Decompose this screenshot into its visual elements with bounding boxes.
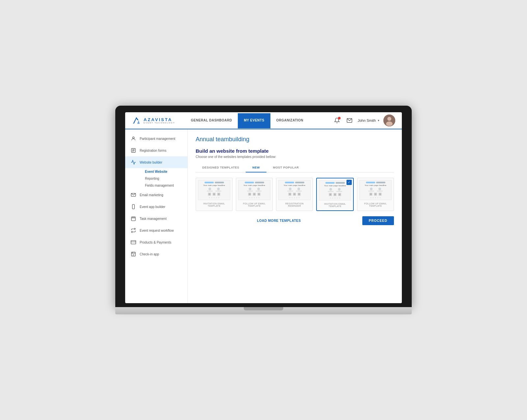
dot-label	[247, 191, 253, 192]
preview-headline: Your main page headline	[200, 184, 229, 186]
star	[375, 197, 376, 198]
preview-top-bar	[361, 182, 390, 183]
sidebar-item-website-builder[interactable]: Website builder	[125, 156, 187, 168]
dot-label	[336, 191, 342, 192]
logo-name: AZAVISTA	[144, 118, 175, 122]
template-card-2[interactable]: Your main page headline	[236, 178, 273, 211]
section-subtitle: Choose one of the websites templates pro…	[196, 155, 394, 159]
preview-btn	[215, 182, 224, 183]
preview-icon	[333, 193, 337, 196]
preview-btn	[295, 182, 304, 183]
nav-organization[interactable]: ORGANIZATION	[270, 113, 309, 128]
tab-popular[interactable]: MOST POPULAR	[266, 163, 306, 172]
svg-rect-18	[131, 241, 136, 244]
preview-rating	[361, 197, 390, 198]
sidebar-item-event-app[interactable]: Event app builder	[125, 201, 187, 213]
sidebar-sub-fields[interactable]: Fields management	[140, 182, 187, 189]
template-card-1[interactable]: Your main page headline	[196, 178, 233, 211]
user-menu[interactable]: John Smith ▾	[358, 118, 379, 122]
mail-button[interactable]	[345, 116, 354, 125]
template-label-1: INVITATION EMAIL TEMPLATE	[198, 201, 230, 208]
dot-group	[328, 188, 334, 192]
preview-icon	[369, 193, 373, 196]
sidebar-label-participant: Participant management	[140, 137, 175, 141]
preview-rating	[200, 197, 229, 198]
nav-general-dashboard[interactable]: GENERAL DASHBOARD	[185, 113, 238, 128]
preview-top-bar	[280, 182, 309, 183]
dot	[217, 188, 220, 190]
dot-label	[296, 191, 302, 192]
dot	[289, 188, 291, 190]
preview-icon	[297, 193, 301, 196]
svg-rect-12	[132, 204, 135, 209]
star	[334, 197, 336, 199]
preview-headline: Your main page headline	[240, 184, 269, 186]
preview-icon	[293, 193, 296, 196]
sidebar-sub-menu: Event Website Reporting Fields managemen…	[125, 168, 187, 189]
preview-icon	[329, 193, 332, 196]
preview-headline: Your main page headline	[320, 185, 349, 187]
notifications-button[interactable]	[333, 116, 341, 125]
star	[213, 197, 215, 198]
template-card-3[interactable]: Your main page headline	[276, 178, 313, 211]
preview-btn	[205, 182, 214, 183]
dot	[329, 188, 332, 191]
preview-btn	[336, 182, 345, 184]
proceed-button[interactable]: PROCEED	[362, 216, 394, 225]
sidebar-label-app: Event app builder	[140, 205, 165, 209]
sidebar-label-payments: Products & Payments	[140, 241, 171, 244]
template-label-3: REGISTRATION REMINDER	[278, 201, 311, 208]
forms-icon	[130, 147, 136, 153]
dot-group	[207, 188, 213, 192]
load-more-button[interactable]: LOAD MORE TEMPLATES	[196, 219, 362, 223]
email-icon	[130, 192, 136, 198]
templates-grid: Your main page headline	[196, 178, 394, 211]
payment-icon	[130, 239, 136, 245]
tabs-bar: DESIGNED TEMPLATES NEW MOST POPULAR	[196, 163, 394, 172]
avatar[interactable]	[383, 115, 395, 126]
sidebar-item-participant-management[interactable]: Participant management	[125, 133, 187, 144]
logo-icon	[132, 116, 141, 125]
sidebar-item-registration-forms[interactable]: Registration forms	[125, 144, 187, 156]
sidebar-item-workflow[interactable]: Event request workflow	[125, 224, 187, 236]
sidebar-item-checkin[interactable]: Check-in app	[125, 248, 187, 260]
star	[377, 197, 379, 198]
dot-group	[256, 188, 262, 192]
tab-new[interactable]: NEW	[246, 163, 266, 172]
sidebar-label-registration: Registration forms	[140, 149, 166, 152]
preview-icons	[280, 193, 309, 196]
logo-subtitle: EVENT TECHNOLOGY	[144, 122, 175, 124]
sidebar-sub-event-website[interactable]: Event Website	[140, 168, 187, 175]
template-card-4[interactable]: Your main page headline	[316, 178, 354, 211]
screen-bezel: AZAVISTA EVENT TECHNOLOGY GENERAL DASHBO…	[115, 106, 412, 307]
template-card-5[interactable]: Your main page headline	[357, 178, 394, 211]
nav-my-events[interactable]: MY EVENTS	[238, 113, 270, 128]
dot-label	[256, 191, 262, 192]
preview-top-bar	[200, 182, 229, 183]
tab-designed[interactable]: DESIGNED TEMPLATES	[196, 163, 246, 172]
preview-icon	[288, 193, 291, 196]
sidebar-sub-reporting[interactable]: Reporting	[140, 175, 187, 182]
preview-icon	[217, 193, 220, 196]
sidebar-item-payments[interactable]: Products & Payments	[125, 236, 187, 248]
laptop-screen: AZAVISTA EVENT TECHNOLOGY GENERAL DASHBO…	[125, 112, 402, 303]
person-icon	[130, 136, 136, 142]
star	[249, 197, 251, 198]
selected-checkmark-icon	[347, 180, 352, 185]
preview-dots	[320, 188, 349, 192]
preview-icons	[361, 193, 390, 196]
star	[330, 197, 331, 199]
nav-links: GENERAL DASHBOARD MY EVENTS ORGANIZATION	[185, 113, 333, 128]
star	[294, 197, 295, 198]
sidebar-item-email-marketing[interactable]: Email marketing	[125, 189, 187, 201]
preview-headline: Your main page headline	[361, 184, 390, 186]
svg-rect-14	[131, 217, 135, 221]
preview-icon	[212, 193, 216, 196]
star	[296, 197, 298, 198]
star	[218, 197, 220, 198]
sidebar-item-task-management[interactable]: Task management	[125, 213, 187, 224]
star	[211, 197, 213, 198]
star	[339, 197, 341, 199]
dot-label	[368, 191, 374, 192]
svg-point-5	[386, 121, 393, 126]
